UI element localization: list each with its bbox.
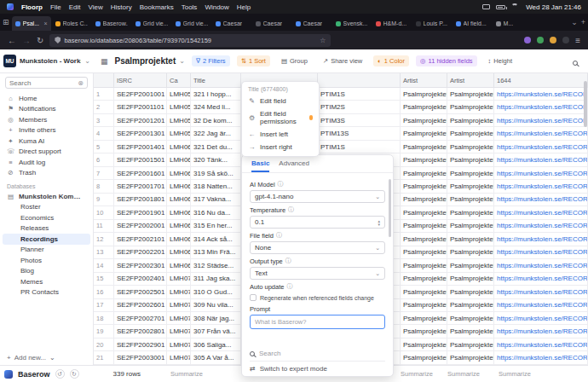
title-cell[interactable]: 306 Saliga... bbox=[191, 339, 241, 350]
artist-cell[interactable]: Psalmprojektet bbox=[401, 299, 447, 311]
catalog-cell[interactable]: LMH064 bbox=[167, 194, 191, 205]
recording-url-cell[interactable]: https://munkstolen.se/RECORDINGS/ISRC-..… bbox=[494, 114, 588, 126]
view-name[interactable]: Psalmprojektet bbox=[115, 56, 176, 66]
catalog-cell[interactable]: LMH073 bbox=[167, 312, 191, 324]
artist-cell[interactable]: Psalmprojektet bbox=[401, 206, 447, 218]
row-number-cell[interactable]: 5 bbox=[94, 141, 114, 153]
artist-cell[interactable]: Psalmprojektet bbox=[401, 127, 447, 139]
artist2-cell[interactable]: Psalmprojektet bbox=[447, 206, 494, 218]
browser-tab[interactable]: Caesar × bbox=[292, 16, 331, 31]
row-number-cell[interactable]: 10 bbox=[94, 206, 114, 218]
recording-url-cell[interactable]: https://munkstolen.se/RECORDINGS/ISRC-..… bbox=[494, 286, 588, 298]
back-icon[interactable]: ← bbox=[8, 36, 16, 45]
workspaces-icon[interactable]: ⊞ bbox=[3, 18, 9, 26]
stepper-icons[interactable]: ▴▾ bbox=[378, 219, 380, 226]
menubar-item[interactable]: Window bbox=[205, 3, 228, 11]
artist2-cell[interactable]: Psalmprojektet bbox=[447, 339, 494, 350]
tab-close-icon[interactable]: × bbox=[43, 20, 47, 26]
recording-url-cell[interactable]: https://munkstolen.se/RECORDINGS/ISRC-..… bbox=[494, 153, 588, 165]
catalog-cell[interactable]: LMH072 bbox=[167, 299, 191, 311]
artist-cell[interactable]: Psalmprojektet bbox=[401, 114, 447, 126]
artist2-cell[interactable]: Psalmprojektet bbox=[447, 180, 494, 192]
row-number-cell[interactable]: 2 bbox=[94, 101, 114, 113]
isrc-cell[interactable]: SE2FP2003001 bbox=[114, 351, 167, 363]
profile-avatar[interactable] bbox=[562, 37, 569, 43]
title-cell[interactable]: 321 I hopp... bbox=[191, 88, 241, 100]
forward-icon[interactable]: → bbox=[22, 36, 31, 45]
menubar-item[interactable]: History bbox=[111, 3, 132, 11]
catalog-cell[interactable]: LMH068 bbox=[167, 246, 191, 258]
artist2-cell[interactable]: Psalmprojektet bbox=[447, 101, 494, 113]
refresh-icon[interactable]: ↻ bbox=[37, 36, 43, 45]
browser-tab[interactable]: Caesar × bbox=[252, 16, 291, 31]
extension-icon[interactable] bbox=[550, 37, 556, 43]
artist-cell[interactable]: Psalmprojektet bbox=[401, 141, 447, 153]
menubar-item[interactable]: Edit bbox=[69, 3, 81, 11]
column-header[interactable] bbox=[318, 73, 401, 87]
field-search-row[interactable]: Search bbox=[250, 346, 385, 361]
artist2-cell[interactable]: Psalmprojektet bbox=[447, 153, 494, 165]
browser-tab[interactable]: Louis P... × bbox=[412, 16, 452, 31]
browser-tab[interactable]: Psal... × bbox=[12, 16, 51, 31]
temperature-input[interactable]: 0.1 ▴▾ bbox=[250, 216, 385, 229]
title-cell[interactable]: 321 Det du... bbox=[191, 141, 241, 153]
row-number-cell[interactable]: 9 bbox=[94, 194, 114, 205]
isrc-cell[interactable]: SE2FP2002301 bbox=[114, 259, 167, 271]
sidebar-table-item[interactable]: Photos bbox=[3, 255, 90, 266]
tab-list-chevron-icon[interactable]: ⌄ bbox=[571, 18, 578, 26]
artist-cell[interactable]: Psalmprojektet bbox=[401, 153, 447, 165]
row-number-cell[interactable]: 21 bbox=[94, 351, 114, 363]
panel-scrollbar[interactable] bbox=[389, 179, 391, 237]
menubar-item[interactable]: Help bbox=[237, 3, 251, 11]
row-number-cell[interactable]: 11 bbox=[94, 220, 114, 232]
new-tab-icon[interactable]: + bbox=[581, 18, 585, 26]
share-view-button[interactable]: ↗ Share view bbox=[319, 55, 366, 67]
isrc-cell[interactable]: SE2FP2001401 bbox=[114, 141, 167, 153]
recording-url-cell[interactable]: https://munkstolen.se/RECORDINGS/ISRC-..… bbox=[494, 101, 588, 113]
isrc-cell[interactable]: SE2FP2002701 bbox=[114, 312, 167, 324]
row-number-cell[interactable]: 18 bbox=[94, 312, 114, 324]
column-header[interactable]: Title bbox=[191, 73, 241, 87]
isrc-cell[interactable]: SE2FP2001801 bbox=[114, 194, 167, 205]
catalog-cell[interactable]: LMH076 bbox=[167, 351, 191, 363]
sidebar-item[interactable]: ⌂ Home bbox=[0, 93, 93, 104]
title-cell[interactable]: 314 Ack så... bbox=[191, 233, 241, 245]
artist-cell[interactable]: Psalmprojektet bbox=[401, 233, 447, 245]
extension-icon[interactable] bbox=[524, 37, 531, 43]
artist-cell[interactable]: Psalmprojektet bbox=[401, 339, 447, 350]
artist2-cell[interactable]: Psalmprojektet bbox=[447, 233, 494, 245]
isrc-cell[interactable]: SE2FP2001101 bbox=[114, 101, 167, 113]
ptim-cell[interactable]: PTIM1S bbox=[318, 141, 401, 153]
summarize-button[interactable]: Summarize bbox=[499, 370, 531, 378]
sidebar-item[interactable]: ✦ Kuma AI bbox=[0, 136, 93, 147]
address-bar[interactable]: baserow.io/database/208063/table/793970/… bbox=[49, 34, 331, 47]
title-cell[interactable]: 307 Från vä... bbox=[191, 325, 241, 337]
isrc-cell[interactable]: SE2FP2002201 bbox=[114, 246, 167, 258]
title-cell[interactable]: 308 När jag... bbox=[191, 312, 241, 324]
context-menu-item[interactable]: → Insert right bbox=[242, 141, 319, 153]
catalog-cell[interactable]: LMH065 bbox=[167, 206, 191, 218]
chevron-down-icon[interactable]: ⌄ bbox=[179, 57, 185, 65]
recording-url-cell[interactable]: https://munkstolen.se/RECORDINGS/ISRC-..… bbox=[494, 233, 588, 245]
row-height-button[interactable]: ↕ Height bbox=[484, 55, 516, 67]
sidebar-table-item[interactable]: Memes bbox=[3, 276, 90, 287]
title-cell[interactable]: 319 Så skö... bbox=[191, 167, 241, 179]
browser-tab[interactable]: Svensk... × bbox=[332, 16, 372, 31]
sidebar-item[interactable]: ◎ Members bbox=[0, 114, 93, 125]
recording-url-cell[interactable]: https://munkstolen.se/RECORDINGS/ISRC-..… bbox=[494, 273, 588, 285]
isrc-cell[interactable]: SE2FP2001301 bbox=[114, 127, 167, 139]
row-number-cell[interactable]: 12 bbox=[94, 233, 114, 245]
file-field-select[interactable]: None ⌄ bbox=[250, 241, 385, 254]
recording-url-cell[interactable]: https://munkstolen.se/RECORDINGS/ISRC-..… bbox=[494, 206, 588, 218]
context-menu-item[interactable]: ← Insert left bbox=[242, 128, 319, 141]
catalog-cell[interactable]: LMH070 bbox=[167, 273, 191, 285]
browser-tab[interactable]: Roles C... × bbox=[52, 16, 91, 31]
title-cell[interactable]: 311 Jag ska... bbox=[191, 273, 241, 285]
clear-search-icon[interactable]: ⊗ bbox=[78, 79, 84, 87]
title-cell[interactable]: 318 Natten... bbox=[191, 180, 241, 192]
artist-cell[interactable]: Psalmprojektet bbox=[401, 286, 447, 298]
row-number-cell[interactable]: 3 bbox=[94, 114, 114, 126]
catalog-cell[interactable]: LMH060 bbox=[167, 141, 191, 153]
checkbox[interactable] bbox=[250, 294, 257, 301]
artist-cell[interactable]: Psalmprojektet bbox=[401, 167, 447, 179]
